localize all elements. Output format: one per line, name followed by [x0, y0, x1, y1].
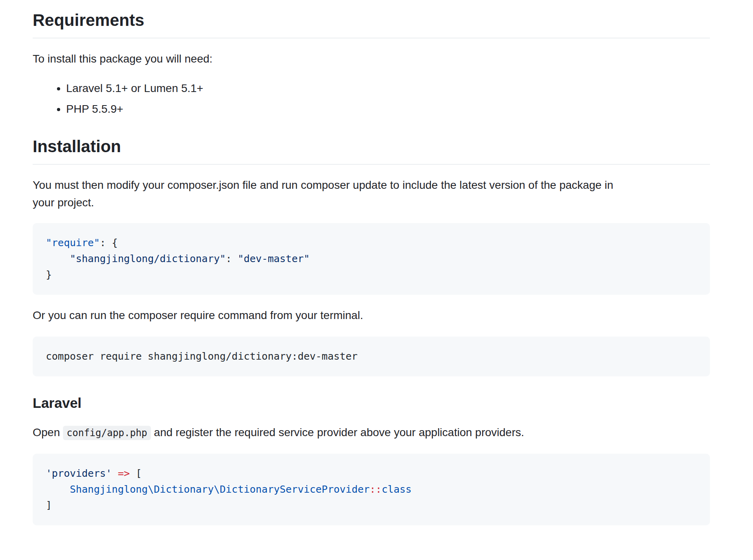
- code-block-composer-json: "require": { "shangjinglong/dictionary":…: [33, 223, 710, 295]
- list-item: PHP 5.5.9+: [66, 100, 710, 118]
- requirements-list: Laravel 5.1+ or Lumen 5.1+ PHP 5.5.9+: [33, 80, 710, 118]
- code-line: }: [46, 267, 697, 283]
- installation-heading: Installation: [33, 136, 710, 164]
- code-line: "require": {: [46, 235, 697, 251]
- paragraph-text: Open: [33, 426, 63, 439]
- requirements-intro: To install this package you will need:: [33, 50, 710, 68]
- code-line: composer require shangjinglong/dictionar…: [46, 349, 697, 364]
- code-line: 'providers' => [: [46, 466, 697, 482]
- code-block-terminal-command: composer require shangjinglong/dictionar…: [33, 337, 710, 376]
- paragraph-line: You must then modify your composer.json …: [33, 176, 710, 194]
- code-block-providers: 'providers' => [ Shangjinglong\Dictionar…: [33, 454, 710, 525]
- installation-terminal-paragraph: Or you can run the composer require comm…: [33, 307, 710, 325]
- code-line: Shangjinglong\Dictionary\DictionaryServi…: [46, 482, 697, 497]
- paragraph-line: your project.: [33, 194, 710, 212]
- list-item: Laravel 5.1+ or Lumen 5.1+: [66, 80, 710, 98]
- laravel-heading: Laravel: [33, 394, 710, 412]
- inline-code-config-app-php: config/app.php: [63, 426, 151, 440]
- code-line: ]: [46, 497, 697, 513]
- readme-content: Requirements To install this package you…: [0, 0, 710, 525]
- requirements-heading: Requirements: [33, 10, 710, 38]
- laravel-paragraph: Open config/app.php and register the req…: [33, 424, 710, 442]
- paragraph-text: and register the required service provid…: [151, 426, 524, 439]
- code-line: "shangjinglong/dictionary": "dev-master": [46, 251, 697, 267]
